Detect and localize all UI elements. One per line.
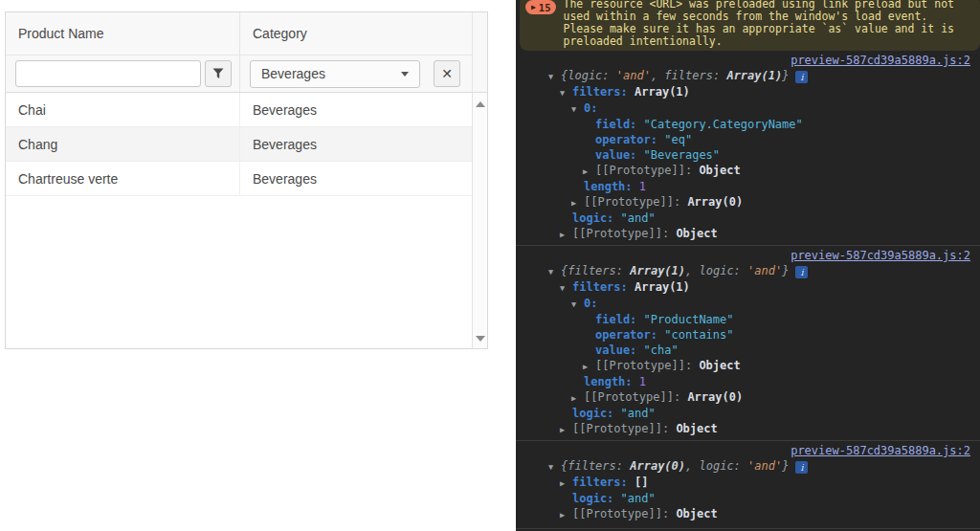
console-text: } xyxy=(782,264,789,277)
console-text: filters: xyxy=(572,280,628,294)
product-filter-button[interactable] xyxy=(205,60,232,87)
console-text: "eq" xyxy=(657,133,692,146)
expander-triangle-icon[interactable]: ▼ xyxy=(571,101,584,117)
console-tree-row: ▶[[Prototype]]: Object xyxy=(516,358,980,374)
expander-triangle-icon[interactable]: ▶ xyxy=(571,195,584,210)
console-text: {filters: xyxy=(561,459,630,473)
console-text: Object xyxy=(669,507,718,520)
expander-triangle-icon[interactable]: ▼ xyxy=(571,297,584,312)
expander-triangle-icon[interactable]: ▶ xyxy=(560,422,572,437)
console-tree-row: ▶[[Prototype]]: Array(0) xyxy=(516,194,980,210)
filter-funnel-icon xyxy=(212,68,224,79)
console-text: "and" xyxy=(613,407,655,420)
console-tree-row: ▶[[Prototype]]: Array(0) xyxy=(516,389,980,406)
grid-body-rows: ChaiBeveragesChangBeveragesChartreuse ve… xyxy=(6,93,487,196)
console-text: "cha" xyxy=(636,343,678,357)
console-text: [[Prototype]]: xyxy=(584,195,680,209)
table-row[interactable]: ChangBeverages xyxy=(6,127,472,162)
console-text: logic: xyxy=(572,492,613,505)
category-filter-dropdown[interactable]: Beverages xyxy=(250,60,420,88)
expander-triangle-icon[interactable]: ▼ xyxy=(548,264,561,279)
source-link[interactable]: preview-587cd39a5889a.js:2 xyxy=(516,53,980,68)
console-text: value: xyxy=(595,343,636,357)
console-text: "Beverages" xyxy=(636,148,720,162)
warning-count: 15 xyxy=(539,2,551,13)
scroll-up-icon[interactable] xyxy=(476,101,485,107)
category-cell: Beverages xyxy=(239,93,472,126)
console-tree-row: value: "cha" xyxy=(516,343,980,358)
vertical-scrollbar[interactable] xyxy=(472,93,487,348)
console-tree-row: ▼filters: Array(1) xyxy=(516,279,980,296)
console-tree-row: length: 1 xyxy=(516,179,980,194)
product-filter-input[interactable] xyxy=(15,60,201,87)
table-row[interactable]: ChaiBeverages xyxy=(6,93,472,127)
warning-expander-icon: ▶ xyxy=(531,4,536,11)
expander-triangle-icon[interactable]: ▶ xyxy=(583,359,595,374)
category-filter-cell: Beverages ✕ xyxy=(239,55,487,92)
console-warning[interactable]: ▶ 15 The resource <URL> was preloaded us… xyxy=(520,0,980,51)
console-text: operator: xyxy=(595,328,657,342)
category-cell: Beverages xyxy=(239,127,472,161)
table-row[interactable]: Chartreuse verteBeverages xyxy=(6,162,472,196)
info-icon[interactable]: i xyxy=(795,461,808,474)
console-text: Array(1) xyxy=(628,85,690,99)
column-title-product-name: Product Name xyxy=(18,26,103,41)
warning-count-badge[interactable]: ▶ 15 xyxy=(525,0,556,14)
expander-triangle-icon[interactable]: ▶ xyxy=(560,227,572,242)
column-header-product-name[interactable]: Product Name xyxy=(6,12,239,55)
console-text: value: xyxy=(595,148,636,162)
column-header-category[interactable]: Category xyxy=(239,12,487,55)
source-link[interactable]: preview-587cd39a5889a.js:2 xyxy=(516,443,980,458)
expander-triangle-icon[interactable]: ▶ xyxy=(571,390,584,406)
console-text: 1 xyxy=(633,180,646,193)
console-object-preview: ▼{filters: Array(1), logic: 'and'}i xyxy=(516,263,980,279)
expander-triangle-icon[interactable]: ▼ xyxy=(560,85,572,100)
console-entries: preview-587cd39a5889a.js:2▼{logic: 'and'… xyxy=(516,51,980,525)
console-text: Array(1) xyxy=(630,264,685,277)
product-cell: Chai xyxy=(6,93,239,126)
console-text: 'and' xyxy=(747,264,782,277)
console-text: 0: xyxy=(584,297,597,310)
source-link[interactable]: preview-587cd39a5889a.js:2 xyxy=(516,248,980,263)
products-grid: Product Name Category Beverages ✕ xyxy=(5,11,488,349)
info-icon[interactable]: i xyxy=(795,266,808,278)
clear-category-filter-button[interactable]: ✕ xyxy=(434,60,460,87)
expander-triangle-icon[interactable]: ▼ xyxy=(548,69,561,84)
header-row: Product Name Category xyxy=(6,12,487,55)
scroll-down-icon[interactable] xyxy=(476,336,485,342)
expander-triangle-icon[interactable]: ▶ xyxy=(583,164,595,179)
console-text: [[Prototype]]: xyxy=(595,359,692,372)
console-tree-row: operator: "eq" xyxy=(516,132,980,147)
console-text: } xyxy=(782,69,789,82)
category-filter-value: Beverages xyxy=(261,66,325,81)
console-text: "Category.CategoryName" xyxy=(636,118,802,131)
console-text: length: xyxy=(584,375,633,388)
console-tree-row: field: "Category.CategoryName" xyxy=(516,117,980,132)
dropdown-caret-icon xyxy=(401,72,409,77)
expander-triangle-icon[interactable]: ▼ xyxy=(548,459,561,475)
console-tree-row: ▶[[Prototype]]: Object xyxy=(516,421,980,437)
console-text: Array(0) xyxy=(680,195,743,209)
console-text: [] xyxy=(628,476,649,489)
expander-triangle-icon[interactable]: ▶ xyxy=(560,507,572,522)
clear-filter-x-icon: ✕ xyxy=(441,67,453,80)
console-entry: preview-587cd39a5889a.js:2▼{logic: 'and'… xyxy=(516,51,980,245)
console-text: filters: xyxy=(572,85,628,99)
console-text: Object xyxy=(692,164,741,177)
console-text: "and" xyxy=(613,492,655,505)
console-text: operator: xyxy=(595,133,657,146)
expander-triangle-icon[interactable]: ▼ xyxy=(560,280,572,296)
console-tree-row: ▶[[Prototype]]: Object xyxy=(516,506,980,522)
console-text: Array(0) xyxy=(680,390,743,404)
console-text: Array(1) xyxy=(726,69,782,82)
devtools-console: ▶ 15 The resource <URL> was preloaded us… xyxy=(516,0,980,531)
console-text: , logic: xyxy=(685,459,747,473)
expander-triangle-icon[interactable]: ▶ xyxy=(560,476,572,491)
console-entry: preview-587cd39a5889a.js:2▼{filters: Arr… xyxy=(516,440,980,525)
console-text: Object xyxy=(692,359,741,372)
console-text: 'and' xyxy=(747,459,782,473)
info-icon[interactable]: i xyxy=(795,71,808,83)
console-text: {filters: xyxy=(561,264,630,277)
header-scrollbar-spacer xyxy=(472,12,487,92)
console-text: "ProductName" xyxy=(636,313,733,326)
